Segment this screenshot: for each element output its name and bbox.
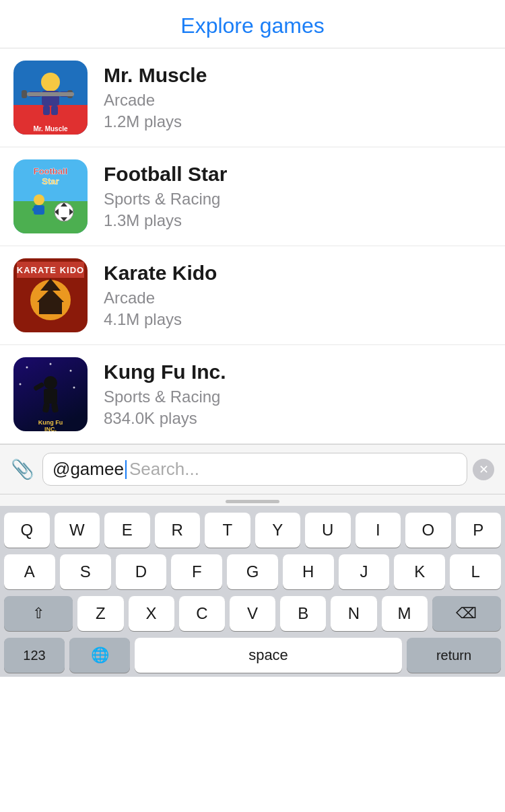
svg-text:Football: Football xyxy=(34,166,68,176)
game-list: Mr. Muscle Mr. Muscle Arcade 1.2M plays … xyxy=(0,48,505,444)
game-info-mr-muscle: Mr. Muscle Arcade 1.2M plays xyxy=(104,64,492,131)
key-w[interactable]: W xyxy=(55,513,100,548)
svg-text:INC.: INC. xyxy=(44,426,57,431)
game-name: Mr. Muscle xyxy=(104,64,492,87)
svg-rect-29 xyxy=(39,302,62,314)
key-l[interactable]: L xyxy=(450,554,501,589)
game-genre: Sports & Racing xyxy=(104,190,492,209)
text-cursor xyxy=(125,460,127,479)
game-genre: Arcade xyxy=(104,91,492,110)
search-clear-button[interactable]: ✕ xyxy=(473,459,494,480)
key-n[interactable]: N xyxy=(331,596,376,631)
key-q[interactable]: Q xyxy=(4,513,50,548)
list-item[interactable]: Mr. Muscle Mr. Muscle Arcade 1.2M plays xyxy=(0,48,505,147)
svg-rect-13 xyxy=(13,201,88,233)
shift-icon: ⇧ xyxy=(32,605,44,622)
key-i[interactable]: I xyxy=(356,513,401,548)
svg-point-34 xyxy=(26,367,28,369)
key-h[interactable]: H xyxy=(283,554,334,589)
game-name: Football Star xyxy=(104,163,492,186)
game-plays: 1.2M plays xyxy=(104,112,492,131)
search-input-wrap[interactable]: @gamee Search... xyxy=(42,453,467,486)
svg-point-16 xyxy=(34,194,44,205)
game-thumbnail-karate-kido: KARATE KIDO xyxy=(13,258,88,332)
svg-text:Star: Star xyxy=(42,176,59,186)
swipe-bar xyxy=(0,494,505,506)
key-z[interactable]: Z xyxy=(77,596,123,631)
game-plays: 1.3M plays xyxy=(104,211,492,230)
search-bar-container: 📎 @gamee Search... ✕ xyxy=(0,444,505,494)
key-k[interactable]: K xyxy=(394,554,445,589)
key-u[interactable]: U xyxy=(305,513,351,548)
key-backspace[interactable]: ⌫ xyxy=(432,596,501,631)
key-return[interactable]: return xyxy=(407,638,501,673)
game-genre: Sports & Racing xyxy=(104,387,492,406)
keyboard-row-1: Q W E R T Y U I O P xyxy=(4,513,501,548)
game-plays: 834.0K plays xyxy=(104,409,492,428)
list-item[interactable]: KARATE KIDO Karate Kido Arcade 4.1M play… xyxy=(0,246,505,345)
key-t[interactable]: T xyxy=(205,513,250,548)
key-v[interactable]: V xyxy=(230,596,275,631)
svg-point-39 xyxy=(44,376,57,390)
globe-icon: 🌐 xyxy=(91,647,109,664)
game-info-kung-fu-inc: Kung Fu Inc. Sports & Racing 834.0K play… xyxy=(104,361,492,428)
key-numbers[interactable]: 123 xyxy=(4,638,65,673)
search-prefix: @gamee xyxy=(53,459,124,480)
key-y[interactable]: Y xyxy=(255,513,301,548)
page-title: Explore games xyxy=(180,13,324,38)
game-thumbnail-kung-fu-inc: Kung Fu INC. xyxy=(13,357,88,431)
svg-text:Mr. Muscle: Mr. Muscle xyxy=(33,125,68,133)
game-info-football-star: Football Star Sports & Racing 1.3M plays xyxy=(104,163,492,230)
game-genre: Arcade xyxy=(104,289,492,307)
attachment-icon[interactable]: 📎 xyxy=(11,458,34,480)
key-a[interactable]: A xyxy=(4,554,55,589)
svg-rect-6 xyxy=(22,90,27,98)
key-e[interactable]: E xyxy=(104,513,150,548)
keyboard-row-2: A S D F G H J K L xyxy=(4,554,501,589)
keyboard-row-4: 123 🌐 space return xyxy=(4,638,501,673)
search-placeholder: Search... xyxy=(129,459,457,480)
svg-point-2 xyxy=(41,73,60,91)
header: Explore games xyxy=(0,0,505,48)
svg-text:KARATE KIDO: KARATE KIDO xyxy=(17,265,84,275)
svg-point-38 xyxy=(20,383,22,385)
key-s[interactable]: S xyxy=(60,554,111,589)
svg-point-37 xyxy=(73,387,75,389)
swipe-indicator xyxy=(226,500,279,503)
backspace-icon: ⌫ xyxy=(456,605,477,622)
list-item[interactable]: Football Star Football Star Sports & Rac… xyxy=(0,147,505,246)
key-g[interactable]: G xyxy=(227,554,278,589)
key-r[interactable]: R xyxy=(155,513,201,548)
key-b[interactable]: B xyxy=(280,596,326,631)
game-info-karate-kido: Karate Kido Arcade 4.1M plays xyxy=(104,262,492,329)
svg-rect-8 xyxy=(27,92,74,96)
svg-rect-10 xyxy=(51,106,58,115)
key-m[interactable]: M xyxy=(382,596,428,631)
list-item[interactable]: Kung Fu INC. Kung Fu Inc. Sports & Racin… xyxy=(0,345,505,444)
key-o[interactable]: O xyxy=(405,513,451,548)
key-x[interactable]: X xyxy=(129,596,174,631)
svg-text:Kung Fu: Kung Fu xyxy=(38,419,63,426)
svg-point-36 xyxy=(70,370,72,372)
game-thumbnail-mr-muscle: Mr. Muscle xyxy=(13,61,88,135)
close-icon: ✕ xyxy=(479,462,489,477)
key-f[interactable]: F xyxy=(171,554,222,589)
key-c[interactable]: C xyxy=(179,596,225,631)
svg-rect-19 xyxy=(37,208,42,211)
svg-rect-9 xyxy=(43,106,50,115)
key-d[interactable]: D xyxy=(116,554,167,589)
key-shift[interactable]: ⇧ xyxy=(4,596,73,631)
key-p[interactable]: P xyxy=(456,513,502,548)
svg-point-35 xyxy=(50,363,52,365)
key-globe[interactable]: 🌐 xyxy=(69,638,130,673)
game-plays: 4.1M plays xyxy=(104,310,492,329)
game-name: Karate Kido xyxy=(104,262,492,285)
key-j[interactable]: J xyxy=(339,554,390,589)
svg-rect-40 xyxy=(44,389,57,404)
game-name: Kung Fu Inc. xyxy=(104,361,492,383)
keyboard: Q W E R T Y U I O P A S D F G H J K L ⇧ … xyxy=(0,506,505,677)
game-thumbnail-football-star: Football Star xyxy=(13,159,88,233)
keyboard-row-3: ⇧ Z X C V B N M ⌫ xyxy=(4,596,501,631)
key-space[interactable]: space xyxy=(135,638,402,673)
svg-rect-18 xyxy=(32,208,38,211)
